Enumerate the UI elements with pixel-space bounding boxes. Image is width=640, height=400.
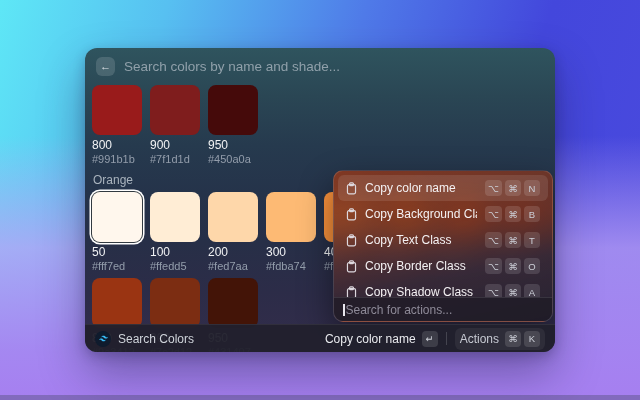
shortcut-key: ⌘	[505, 232, 521, 248]
enter-key: ↵	[422, 331, 438, 347]
shortcut-key: ⌥	[485, 180, 502, 196]
color-swatch[interactable]	[92, 192, 142, 242]
shortcut-keys: ⌥⌘N	[485, 180, 540, 196]
shade-hex: #450a0a	[208, 153, 258, 166]
color-swatch-cell[interactable]: 800 #991b1b	[92, 85, 142, 166]
color-swatch-cell[interactable]: 900 #7f1d1d	[150, 85, 200, 166]
menu-item-label: Copy Shadow Class	[365, 285, 477, 297]
shortcut-key: ⌥	[485, 206, 502, 222]
wallpaper-bottom-strip	[0, 395, 640, 400]
shade-hex: #fff7ed	[92, 260, 142, 273]
color-swatch[interactable]	[150, 278, 200, 328]
text-cursor	[343, 304, 345, 316]
color-search-window: ← 800 #991b1b 900	[85, 48, 555, 352]
color-swatch[interactable]	[92, 85, 142, 135]
shortcut-key: ⌘	[505, 331, 521, 347]
shortcut-key: ⌘	[505, 180, 521, 196]
shortcut-key: N	[524, 180, 540, 196]
search-input[interactable]	[124, 59, 544, 74]
shortcut-key: K	[524, 331, 540, 347]
tailwind-logo-icon	[95, 331, 111, 347]
menu-item-label: Copy Text Class	[365, 233, 477, 247]
back-button[interactable]: ←	[96, 57, 115, 76]
status-bar-app: Search Colors	[95, 331, 194, 347]
shade-hex: #991b1b	[92, 153, 142, 166]
shortcut-keys: ⌥⌘B	[485, 206, 540, 222]
shortcut-key: T	[524, 232, 540, 248]
clipboard-icon	[346, 286, 357, 298]
shortcut-key: A	[524, 284, 540, 297]
shade-label: 300	[266, 245, 316, 259]
menu-item[interactable]: Copy Border Class ⌥⌘O	[338, 253, 548, 279]
clipboard-icon	[346, 208, 357, 221]
status-bar: Search Colors Copy color name ↵ Actions …	[85, 324, 555, 352]
actions-shortcut-keys: ⌘K	[505, 331, 540, 347]
shortcut-key: B	[524, 206, 540, 222]
shade-hex: #ffedd5	[150, 260, 200, 273]
shortcut-key: ⌘	[505, 258, 521, 274]
shortcut-key: ⌘	[505, 206, 521, 222]
color-swatch[interactable]	[208, 278, 258, 328]
color-swatch-cell[interactable]: 50 #fff7ed	[92, 192, 142, 273]
actions-menu-list: Copy color name ⌥⌘N Copy Background Clas…	[338, 175, 548, 297]
primary-action-label: Copy color name	[325, 332, 416, 346]
actions-search-bar[interactable]	[334, 297, 552, 321]
actions-button-label: Actions	[460, 332, 499, 346]
shade-label: 800	[92, 138, 142, 152]
clipboard-icon	[346, 260, 357, 273]
actions-button[interactable]: Actions ⌘K	[455, 328, 545, 350]
color-swatch[interactable]	[150, 85, 200, 135]
actions-menu: Copy color name ⌥⌘N Copy Background Clas…	[333, 170, 553, 322]
clipboard-icon	[346, 234, 357, 247]
clipboard-icon	[346, 182, 357, 195]
menu-item-label: Copy Background Class	[365, 207, 477, 221]
shortcut-key: ⌥	[485, 284, 502, 297]
shade-hex: #fdba74	[266, 260, 316, 273]
shade-label: 50	[92, 245, 142, 259]
color-swatch[interactable]	[208, 192, 258, 242]
shade-hex: #7f1d1d	[150, 153, 200, 166]
shade-hex: #fed7aa	[208, 260, 258, 273]
shade-row: 800 #991b1b 900 #7f1d1d 950 #450a0a	[92, 85, 548, 166]
menu-item[interactable]: Copy Shadow Class ⌥⌘A	[338, 279, 548, 297]
shortcut-key: ⌘	[505, 284, 521, 297]
shortcut-key: O	[524, 258, 540, 274]
color-swatch[interactable]	[150, 192, 200, 242]
arrow-left-icon: ←	[100, 57, 111, 76]
shortcut-keys: ⌥⌘A	[485, 284, 540, 297]
shortcut-key: ⌥	[485, 232, 502, 248]
color-swatch-cell[interactable]: 300 #fdba74	[266, 192, 316, 273]
shade-label: 950	[208, 138, 258, 152]
shade-label: 200	[208, 245, 258, 259]
color-swatch-cell[interactable]: 100 #ffedd5	[150, 192, 200, 273]
color-swatch[interactable]	[208, 85, 258, 135]
footer-divider	[446, 332, 447, 345]
actions-search-input[interactable]	[346, 303, 544, 317]
shade-label: 100	[150, 245, 200, 259]
menu-item[interactable]: Copy color name ⌥⌘N	[338, 175, 548, 201]
desktop: { "wallpaper": { "top_left_color": "#5ee…	[0, 0, 640, 400]
primary-action-button[interactable]: Copy color name ↵	[325, 331, 438, 347]
status-bar-actions: Copy color name ↵ Actions ⌘K	[325, 328, 545, 350]
shortcut-keys: ⌥⌘T	[485, 232, 540, 248]
menu-item[interactable]: Copy Text Class ⌥⌘T	[338, 227, 548, 253]
color-group: 800 #991b1b 900 #7f1d1d 950 #450a0a	[92, 85, 548, 166]
shade-label: 900	[150, 138, 200, 152]
menu-item-label: Copy Border Class	[365, 259, 477, 273]
color-swatch-cell[interactable]: 950 #450a0a	[208, 85, 258, 166]
shortcut-keys: ⌥⌘O	[485, 258, 540, 274]
color-swatch-cell[interactable]: 200 #fed7aa	[208, 192, 258, 273]
menu-item[interactable]: Copy Background Class ⌥⌘B	[338, 201, 548, 227]
menu-item-label: Copy color name	[365, 181, 477, 195]
app-name: Search Colors	[118, 332, 194, 346]
color-swatch[interactable]	[266, 192, 316, 242]
shortcut-key: ⌥	[485, 258, 502, 274]
search-bar: ←	[85, 48, 555, 85]
color-swatch[interactable]	[92, 278, 142, 328]
